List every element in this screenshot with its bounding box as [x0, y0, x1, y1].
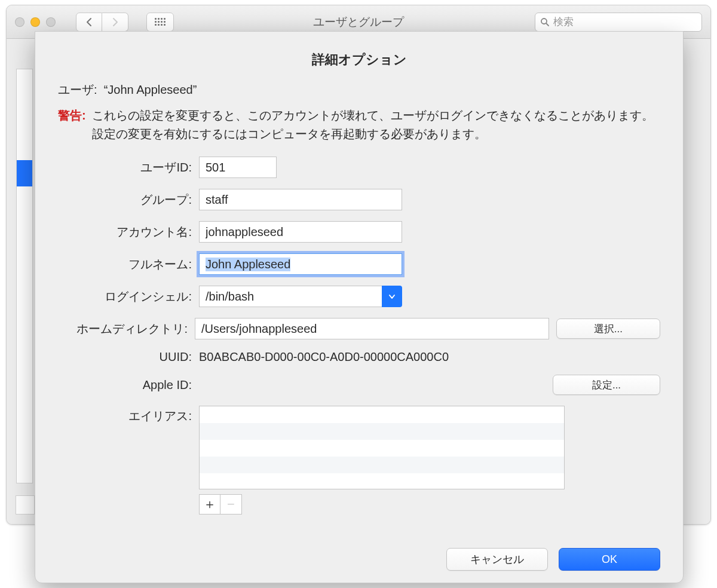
label-account-name: アカウント名:: [63, 224, 192, 240]
svg-line-1: [546, 23, 549, 26]
forward-button[interactable]: [102, 13, 128, 32]
search-icon: [540, 17, 550, 27]
user-id-field[interactable]: [199, 157, 277, 178]
search-input[interactable]: [553, 16, 697, 28]
label-aliases: エイリアス:: [63, 406, 192, 424]
sheet-title: 詳細オプション: [58, 51, 660, 69]
form: ユーザID: グループ: アカウント名: フルネーム: John Applese…: [63, 157, 660, 514]
minimize-window-icon[interactable]: [30, 17, 40, 27]
user-list-edge: [16, 69, 33, 483]
login-shell-combo[interactable]: [199, 286, 402, 307]
choose-home-dir-button[interactable]: 選択...: [556, 318, 660, 339]
label-user-id: ユーザID:: [63, 160, 192, 176]
back-button[interactable]: [76, 13, 102, 32]
aliases-list[interactable]: [199, 406, 565, 489]
full-name-field[interactable]: John Appleseed: [199, 253, 402, 275]
nav-back-forward: [76, 13, 128, 32]
login-shell-dropdown-button[interactable]: [382, 286, 402, 307]
cancel-button[interactable]: キャンセル: [446, 548, 548, 571]
close-window-icon[interactable]: [15, 17, 24, 27]
set-apple-id-button[interactable]: 設定...: [553, 375, 660, 395]
label-group: グループ:: [63, 192, 192, 208]
footer-buttons: キャンセル OK: [446, 548, 660, 571]
group-field[interactable]: [199, 189, 402, 210]
label-home-dir: ホームディレクトリ:: [63, 321, 188, 337]
user-prefix: ユーザ:: [58, 83, 97, 96]
remove-alias-button[interactable]: −: [220, 494, 242, 514]
traffic-lights: [15, 17, 56, 27]
warning-label: 警告:: [58, 106, 86, 143]
zoom-window-icon[interactable]: [46, 17, 56, 27]
home-dir-field[interactable]: [195, 318, 549, 339]
ok-button[interactable]: OK: [559, 548, 660, 571]
label-full-name: フルネーム:: [63, 256, 192, 272]
grid-icon: [155, 18, 166, 26]
advanced-options-sheet: 詳細オプション ユーザ: “John Appleseed” 警告: これらの設定…: [35, 31, 684, 583]
user-line: ユーザ: “John Appleseed”: [58, 82, 660, 98]
full-name-value: John Appleseed: [206, 258, 290, 271]
chevron-down-icon: [388, 292, 396, 301]
label-login-shell: ログインシェル:: [63, 289, 192, 305]
warning-text: これらの設定を変更すると、このアカウントが壊れて、ユーザがログインできなくなるこ…: [92, 106, 660, 143]
selected-user-highlight: [17, 160, 32, 186]
show-all-button[interactable]: [146, 13, 174, 32]
user-name: “John Appleseed”: [104, 83, 197, 96]
warning-line: 警告: これらの設定を変更すると、このアカウントが壊れて、ユーザがログインできな…: [58, 106, 660, 143]
add-alias-button[interactable]: ＋: [199, 494, 220, 514]
search-field-wrap[interactable]: [535, 13, 702, 32]
login-shell-field[interactable]: [199, 286, 382, 307]
uuid-value: B0ABCAB0-D000-00C0-A0D0-00000CA000C0: [199, 350, 449, 364]
label-uuid: UUID:: [63, 350, 192, 364]
label-apple-id: Apple ID:: [63, 378, 192, 392]
account-name-field[interactable]: [199, 221, 402, 243]
lock-area: [16, 495, 35, 514]
